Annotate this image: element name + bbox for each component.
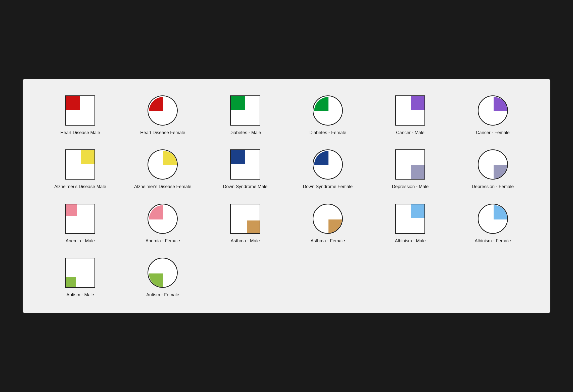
label-cancer-male: Cancer - Male bbox=[396, 130, 424, 136]
legend-item-depression-female: Depression - Female bbox=[455, 148, 530, 190]
legend-item-autism-male: Autism - Male bbox=[43, 256, 118, 298]
icon-autism-male bbox=[65, 258, 95, 288]
icon-albinism-male bbox=[395, 204, 425, 234]
legend-grid: Heart Disease MaleHeart Disease FemaleDi… bbox=[43, 94, 530, 298]
legend-item-alzheimers-female: Alzheimer's Disease Female bbox=[125, 148, 200, 190]
legend-item-down-syndrome-male: Down Syndrome Male bbox=[208, 148, 283, 190]
label-albinism-male: Albinism - Male bbox=[395, 238, 426, 244]
label-diabetes-female: Diabetes - Female bbox=[309, 130, 346, 136]
legend-item-diabetes-female: Diabetes - Female bbox=[290, 94, 365, 136]
label-depression-female: Depression - Female bbox=[472, 184, 514, 190]
label-autism-female: Autism - Female bbox=[146, 292, 179, 298]
label-diabetes-male: Diabetes - Male bbox=[229, 130, 261, 136]
legend-item-anemia-female: Anemia - Female bbox=[125, 202, 200, 244]
icon-wrapper-cancer-male bbox=[394, 94, 426, 127]
icon-anemia-male bbox=[65, 204, 95, 234]
icon-wrapper-down-syndrome-male bbox=[229, 148, 262, 181]
label-down-syndrome-male: Down Syndrome Male bbox=[223, 184, 267, 190]
icon-autism-female bbox=[148, 258, 178, 288]
legend-item-cancer-female: Cancer - Female bbox=[455, 94, 530, 136]
legend-item-heart-disease-female: Heart Disease Female bbox=[125, 94, 200, 136]
label-albinism-female: Albinism - Female bbox=[475, 238, 511, 244]
icon-wrapper-asthma-female bbox=[311, 202, 344, 235]
main-panel: Heart Disease MaleHeart Disease FemaleDi… bbox=[23, 79, 550, 313]
label-asthma-female: Asthma - Female bbox=[311, 238, 345, 244]
icon-alzheimers-female bbox=[148, 149, 178, 180]
label-autism-male: Autism - Male bbox=[66, 292, 94, 298]
icon-wrapper-diabetes-male bbox=[229, 94, 262, 127]
icon-wrapper-alzheimers-male bbox=[64, 148, 97, 181]
legend-item-diabetes-male: Diabetes - Male bbox=[208, 94, 283, 136]
icon-wrapper-alzheimers-female bbox=[146, 148, 179, 181]
icon-heart-disease-male bbox=[65, 95, 95, 126]
legend-item-autism-female: Autism - Female bbox=[125, 256, 200, 298]
icon-asthma-female bbox=[313, 204, 343, 234]
label-heart-disease-male: Heart Disease Male bbox=[60, 130, 100, 136]
legend-item-cancer-male: Cancer - Male bbox=[373, 94, 448, 136]
icon-wrapper-heart-disease-female bbox=[146, 94, 179, 127]
label-heart-disease-female: Heart Disease Female bbox=[140, 130, 185, 136]
icon-wrapper-anemia-female bbox=[146, 202, 179, 235]
icon-wrapper-autism-male bbox=[64, 256, 97, 289]
label-anemia-male: Anemia - Male bbox=[66, 238, 95, 244]
legend-item-down-syndrome-female: Down Syndrome Female bbox=[290, 148, 365, 190]
icon-heart-disease-female bbox=[148, 95, 178, 126]
icon-down-syndrome-female bbox=[313, 149, 343, 180]
label-down-syndrome-female: Down Syndrome Female bbox=[303, 184, 353, 190]
label-anemia-female: Anemia - Female bbox=[146, 238, 180, 244]
icon-wrapper-autism-female bbox=[146, 256, 179, 289]
icon-wrapper-albinism-male bbox=[394, 202, 426, 235]
icon-wrapper-anemia-male bbox=[64, 202, 97, 235]
legend-item-depression-male: Depression - Male bbox=[373, 148, 448, 190]
icon-cancer-female bbox=[478, 95, 508, 126]
legend-item-albinism-male: Albinism - Male bbox=[373, 202, 448, 244]
icon-wrapper-diabetes-female bbox=[311, 94, 344, 127]
icon-alzheimers-male bbox=[65, 149, 95, 180]
icon-wrapper-depression-male bbox=[394, 148, 426, 181]
legend-item-asthma-female: Asthma - Female bbox=[290, 202, 365, 244]
legend-item-asthma-male: Asthma - Male bbox=[208, 202, 283, 244]
legend-item-albinism-female: Albinism - Female bbox=[455, 202, 530, 244]
icon-wrapper-cancer-female bbox=[476, 94, 509, 127]
label-asthma-male: Asthma - Male bbox=[231, 238, 260, 244]
legend-item-anemia-male: Anemia - Male bbox=[43, 202, 118, 244]
icon-wrapper-down-syndrome-female bbox=[311, 148, 344, 181]
icon-cancer-male bbox=[395, 95, 425, 126]
icon-anemia-female bbox=[148, 204, 178, 234]
icon-wrapper-albinism-female bbox=[476, 202, 509, 235]
icon-wrapper-heart-disease-male bbox=[64, 94, 97, 127]
icon-diabetes-female bbox=[313, 95, 343, 126]
icon-diabetes-male bbox=[230, 95, 260, 126]
icon-asthma-male bbox=[230, 204, 260, 234]
label-alzheimers-female: Alzheimer's Disease Female bbox=[134, 184, 192, 190]
legend-item-heart-disease-male: Heart Disease Male bbox=[43, 94, 118, 136]
icon-down-syndrome-male bbox=[230, 149, 260, 180]
icon-wrapper-depression-female bbox=[476, 148, 509, 181]
label-alzheimers-male: Alzheimer's Disease Male bbox=[54, 184, 106, 190]
icon-depression-female bbox=[478, 149, 508, 180]
icon-albinism-female bbox=[478, 204, 508, 234]
label-depression-male: Depression - Male bbox=[392, 184, 428, 190]
label-cancer-female: Cancer - Female bbox=[476, 130, 510, 136]
legend-item-alzheimers-male: Alzheimer's Disease Male bbox=[43, 148, 118, 190]
icon-depression-male bbox=[395, 149, 425, 180]
icon-wrapper-asthma-male bbox=[229, 202, 262, 235]
